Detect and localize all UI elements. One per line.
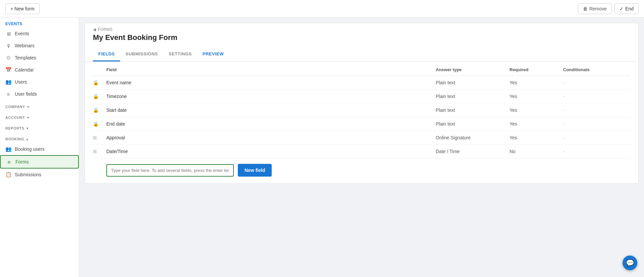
new-field-button[interactable]: New field <box>238 164 272 177</box>
required-value: Yes <box>509 107 563 113</box>
conditionals-value: - <box>563 135 630 140</box>
col-answer-type: Answer type <box>436 67 509 72</box>
reports-section-header[interactable]: REPORTS ▼ <box>0 122 79 132</box>
sidebar-item-label: Calendar <box>15 67 34 73</box>
main-content: ◀ FORMS My Event Booking Form FIELDS SUB… <box>79 17 644 277</box>
chat-icon: 💬 <box>626 259 634 267</box>
sidebar-item-label: Users <box>15 79 27 85</box>
sidebar-item-booking-users[interactable]: 👥 Booking users <box>0 143 79 155</box>
layout: EVENTS 🖥 Events 🎙 Webinars ⊙ Templates 📅… <box>0 17 644 277</box>
account-section-header[interactable]: ACCOUNT ▼ <box>0 111 79 122</box>
remove-button[interactable]: 🗑 Remove <box>578 3 612 14</box>
tabs-bar: FIELDS SUBMISSIONS SETTINGS PREVIEW <box>85 47 638 62</box>
submissions-icon: 📋 <box>5 172 11 178</box>
check-icon: ✓ <box>620 6 624 11</box>
sidebar-item-webinars[interactable]: 🎙 Webinars <box>0 40 79 52</box>
answer-type: Plain text <box>436 121 509 127</box>
sidebar-item-events[interactable]: 🖥 Events <box>0 28 79 40</box>
trash-icon: 🗑 <box>583 6 588 11</box>
required-value: No <box>509 149 563 154</box>
new-field-input[interactable] <box>106 164 234 177</box>
answer-type: Plain text <box>436 107 509 113</box>
lock-icon: 🔒 <box>93 94 106 99</box>
breadcrumb-forms-link[interactable]: FORMS <box>98 27 112 32</box>
sidebar-item-label: Submissions <box>15 172 41 177</box>
table-row: 🔒 End date Plain text Yes - <box>93 117 630 131</box>
table-header: Field Answer type Required Conditionals <box>93 62 630 76</box>
grid-icon: ⊞ <box>93 135 106 140</box>
events-section-header: EVENTS <box>0 17 79 28</box>
top-bar-left: + New form <box>5 3 40 14</box>
required-value: Yes <box>509 121 563 127</box>
back-arrow-icon: ◀ <box>93 27 96 32</box>
required-value: Yes <box>509 135 563 140</box>
tab-submissions[interactable]: SUBMISSIONS <box>120 47 163 61</box>
calendar-icon: 📅 <box>5 67 11 73</box>
new-form-button[interactable]: + New form <box>5 3 40 14</box>
answer-type: Date / Time <box>436 149 509 154</box>
booking-section-header[interactable]: BOOKING ▲ <box>0 132 79 143</box>
lock-icon: 🔒 <box>93 80 106 85</box>
field-name: Date/Time <box>106 149 436 154</box>
sidebar-item-forms[interactable]: ≡ Forms <box>0 155 79 169</box>
lock-icon: 🔒 <box>93 107 106 113</box>
tab-fields[interactable]: FIELDS <box>93 47 120 61</box>
field-name: End date <box>106 121 436 127</box>
sidebar-item-label: Events <box>15 31 29 36</box>
col-icon <box>93 67 106 72</box>
sidebar-item-label: Forms <box>15 159 29 165</box>
required-value: Yes <box>509 80 563 85</box>
grid-icon: ⊞ <box>93 149 106 154</box>
webinar-icon: 🎙 <box>5 43 11 49</box>
sidebar-item-calendar[interactable]: 📅 Calendar <box>0 64 79 76</box>
table-row: ⊞ Approval Online Signature Yes - <box>93 131 630 145</box>
lock-icon: 🔒 <box>93 121 106 127</box>
field-name: Start date <box>106 107 436 113</box>
table-row: 🔒 Timezone Plain text Yes - <box>93 90 630 103</box>
sidebar-item-submissions[interactable]: 📋 Submissions <box>0 169 79 181</box>
chevron-down-icon: ▼ <box>26 105 30 109</box>
table-row: 🔒 Start date Plain text Yes - <box>93 103 630 117</box>
sidebar-item-users[interactable]: 👥 Users <box>0 76 79 88</box>
chevron-up-icon: ▲ <box>25 137 29 141</box>
list-icon: ≡ <box>5 91 11 97</box>
top-bar-right: 🗑 Remove ✓ End <box>578 3 639 14</box>
conditionals-value: - <box>563 80 630 85</box>
table-row: 🔒 Event name Plain text Yes - <box>93 76 630 90</box>
users-icon: 👥 <box>5 79 11 85</box>
end-button[interactable]: ✓ End <box>614 3 639 14</box>
answer-type: Online Signature <box>436 135 509 140</box>
sidebar-item-user-fields[interactable]: ≡ User fields <box>0 88 79 100</box>
chevron-down-icon: ▼ <box>26 116 30 120</box>
required-value: Yes <box>509 94 563 99</box>
conditionals-value: - <box>563 149 630 154</box>
chevron-down-icon: ▼ <box>26 127 29 130</box>
sidebar-item-label: Booking users <box>15 146 45 152</box>
new-field-row: New field <box>93 158 630 178</box>
chat-bubble[interactable]: 💬 <box>623 256 637 270</box>
conditionals-value: - <box>563 121 630 127</box>
tab-settings[interactable]: SETTINGS <box>163 47 197 61</box>
forms-icon: ≡ <box>6 159 12 165</box>
templates-icon: ⊙ <box>5 55 11 61</box>
monitor-icon: 🖥 <box>5 31 11 37</box>
tab-preview[interactable]: PREVIEW <box>197 47 229 61</box>
sidebar-item-templates[interactable]: ⊙ Templates <box>0 52 79 64</box>
col-required: Required <box>509 67 563 72</box>
table-row: ⊞ Date/Time Date / Time No - <box>93 145 630 158</box>
col-field: Field <box>106 67 436 72</box>
sidebar-item-label: Webinars <box>15 43 35 48</box>
sidebar: EVENTS 🖥 Events 🎙 Webinars ⊙ Templates 📅… <box>0 17 79 277</box>
page-title: My Event Booking Form <box>85 32 638 47</box>
sidebar-item-label: User fields <box>15 91 37 97</box>
sidebar-item-label: Templates <box>15 55 36 60</box>
field-name: Approval <box>106 135 436 140</box>
answer-type: Plain text <box>436 80 509 85</box>
breadcrumb: ◀ FORMS <box>85 23 638 32</box>
company-section-header[interactable]: COMPANY ▼ <box>0 100 79 111</box>
top-bar: + New form 🗑 Remove ✓ End <box>0 0 644 17</box>
conditionals-value: - <box>563 107 630 113</box>
form-container: ◀ FORMS My Event Booking Form FIELDS SUB… <box>85 23 639 184</box>
field-name: Event name <box>106 80 436 85</box>
answer-type: Plain text <box>436 94 509 99</box>
